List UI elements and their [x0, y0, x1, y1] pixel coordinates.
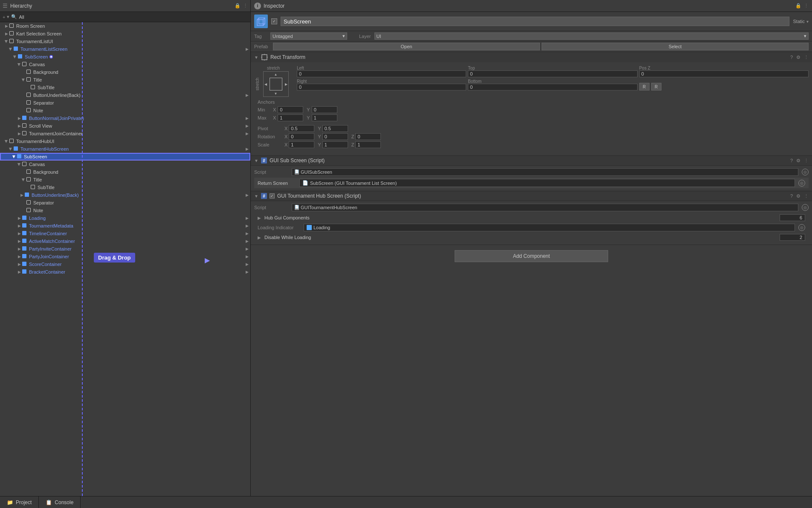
tree-item-tournament-list-screen[interactable]: ▶ TournamentListScreen [0, 45, 250, 53]
hub-gui-count-input[interactable] [780, 214, 805, 221]
tree-item-scroll-view[interactable]: ▶ Scroll View [0, 122, 250, 130]
tree-item-note-1[interactable]: ▶ Note [0, 107, 250, 114]
rot-z-input[interactable] [355, 133, 381, 140]
tree-item-title-2[interactable]: ▶ Title [0, 176, 250, 184]
posz-input[interactable] [639, 70, 809, 77]
script-link-button[interactable]: ◎ [802, 169, 809, 175]
tree-item-loading[interactable]: ▶ Loading [0, 214, 250, 222]
rect-settings-icon[interactable]: ⚙ [796, 55, 800, 60]
pivot-y-input[interactable] [322, 125, 348, 132]
tree-item-tournament-hub-screen[interactable]: ▶ TournamentHubScreen [0, 145, 250, 153]
static-dropdown-icon[interactable]: ▾ [806, 19, 809, 24]
loading-link-button[interactable]: ◎ [798, 224, 805, 231]
lock-icon[interactable]: 🔒 [235, 3, 241, 9]
tree-item-party-invite[interactable]: ▶ PartyInviteContainer [0, 245, 250, 253]
tree-item-button-underline-1[interactable]: ▶ ButtonUnderline(Back) [0, 91, 250, 99]
hub-script-link-button[interactable]: ◎ [802, 204, 809, 211]
tree-item-separator-2[interactable]: ▶ Separator [0, 199, 250, 207]
tree-item-subtitle-2[interactable]: ▶ SubTitle [0, 184, 250, 191]
tree-item-timeline[interactable]: ▶ TimelineContainer [0, 230, 250, 237]
disable-count-input[interactable] [780, 234, 805, 241]
rect-transform-header[interactable]: ▼ Rect Transform ? ⚙ ⋮ [251, 52, 812, 62]
add-icon[interactable]: + [3, 15, 5, 20]
gui-tournament-hub-header[interactable]: ▼ # GUI Tournament Hub Screen (Script) ?… [251, 191, 812, 201]
rot-y-input[interactable] [322, 133, 348, 140]
settings-icon[interactable]: ⚙ [796, 158, 800, 163]
disable-fold-icon[interactable]: ▶ [258, 235, 261, 240]
set-rect-button[interactable]: R [651, 83, 661, 91]
return-screen-link-button[interactable]: ◎ [798, 180, 805, 187]
tree-item-room-screen[interactable]: ▶ Room Screen [0, 22, 250, 30]
rect-more-icon[interactable]: ⋮ [804, 55, 809, 60]
help-icon[interactable]: ? [790, 55, 793, 60]
pivot-x-input[interactable] [289, 125, 314, 132]
tree-item-kart-selection[interactable]: ▶ Kart Selection Screen [0, 30, 250, 38]
tree-item-bracket[interactable]: ▶ BracketContainer [0, 268, 250, 276]
tree-item-canvas-2[interactable]: ▶ Canvas [0, 161, 250, 168]
hub-fold-icon[interactable]: ▶ [258, 216, 261, 220]
rect-transform-section: ▼ Rect Transform ? ⚙ ⋮ stretch [251, 52, 812, 156]
anchor-min-y-input[interactable] [312, 106, 337, 113]
hierarchy-scroll[interactable]: ▶ Room Screen ▶ Kart Selection Screen ▶ … [0, 22, 250, 496]
gameobject-active-checkbox[interactable] [271, 18, 277, 24]
anchor-min-x-input[interactable] [278, 106, 303, 113]
prefab-open-button[interactable]: Open [273, 43, 540, 50]
tree-item-tournament-metadata[interactable]: ▶ TournamentMetadata [0, 222, 250, 230]
tree-item-subscreen-1[interactable]: ▶ SubScreen [0, 53, 250, 61]
tree-item-score[interactable]: ▶ ScoreContainer [0, 260, 250, 268]
component-active-checkbox[interactable] [270, 193, 275, 199]
tree-item-background-2[interactable]: ▶ Background [0, 168, 250, 176]
anchor-max-y-input[interactable] [312, 114, 337, 121]
help-icon[interactable]: ? [790, 158, 793, 163]
rot-x-input[interactable] [289, 133, 314, 140]
tree-item-subtitle-1[interactable]: ▶ SubTitle [0, 84, 250, 91]
tree-item-tournament-join[interactable]: ▶ TournamentJoinContainer [0, 130, 250, 137]
gui-sub-screen-header[interactable]: ▼ # GUI Sub Screen (Script) ? ⚙ ⋮ [251, 156, 812, 165]
lock-icon[interactable]: 🔒 [795, 3, 801, 9]
more-icon[interactable]: ⋮ [804, 158, 809, 163]
more-options-icon[interactable]: ⋮ [804, 3, 809, 9]
console-tab[interactable]: 📋 Console [39, 496, 81, 508]
scale-x-input[interactable] [289, 141, 314, 148]
hamburger-icon[interactable]: ☰ [3, 3, 8, 9]
right-input[interactable] [297, 84, 466, 91]
item-label: TournamentJoinContainer [29, 131, 83, 136]
tree-item-separator-1[interactable]: ▶ Separator [0, 99, 250, 107]
loading-indicator-value: Loading [304, 224, 795, 231]
arrow-icon: ▶ [16, 247, 22, 251]
tree-item-tournament-list-ui[interactable]: ▶ TournamentListUI [0, 38, 250, 45]
hub-gui-row: ▶ Hub Gui Components [254, 213, 809, 222]
more-options-icon[interactable]: ⋮ [243, 3, 248, 9]
tree-item-note-2[interactable]: ▶ Note [0, 207, 250, 214]
tree-item-title-1[interactable]: ▶ Title [0, 76, 250, 84]
search-input[interactable] [19, 15, 248, 20]
top-input[interactable] [468, 70, 637, 77]
project-tab[interactable]: 📁 Project [0, 496, 39, 508]
tree-item-button-underline-2[interactable]: ▶ ButtonUnderline(Back) [0, 191, 250, 199]
tree-item-button-normal[interactable]: ▶ ButtonNormal(JoinPrivate) [0, 114, 250, 122]
tree-item-active-match[interactable]: ▶ ActiveMatchContainer [0, 237, 250, 245]
inspector-scroll[interactable]: Static ▾ Tag Untagged ▾ Layer UI ▾ Pr [251, 12, 812, 496]
tree-item-canvas-1[interactable]: ▶ Canvas [0, 61, 250, 68]
add-component-button[interactable]: Add Component [455, 250, 608, 262]
gameobject-name-input[interactable] [281, 17, 789, 26]
scale-z-input[interactable] [355, 141, 381, 148]
anchor-max-x-input[interactable] [278, 114, 303, 121]
help-icon-2[interactable]: ? [790, 193, 793, 199]
tree-item-party-join[interactable]: ▶ PartyJoinContainer [0, 253, 250, 260]
tree-item-subscreen-2[interactable]: ▶ SubScreen [0, 153, 250, 161]
tree-item-background-1[interactable]: ▶ Background [0, 68, 250, 76]
layer-dropdown[interactable]: UI ▾ [374, 32, 809, 40]
rect-anchor-box[interactable]: ◀ ▶ ▲ ▼ [263, 71, 289, 97]
tag-dropdown[interactable]: Untagged ▾ [270, 32, 347, 40]
tree-item-tournament-hub-ui[interactable]: ▶ TournamentHubUI [0, 137, 250, 145]
bottom-input[interactable] [468, 84, 637, 91]
top-label: Top [468, 66, 637, 70]
reset-rect-button[interactable]: R [639, 83, 650, 91]
add-dropdown-icon[interactable]: ▾ [7, 14, 9, 20]
settings-icon-2[interactable]: ⚙ [796, 193, 800, 199]
more-icon-2[interactable]: ⋮ [804, 193, 809, 199]
left-input[interactable] [297, 70, 466, 77]
prefab-select-button[interactable]: Select [542, 43, 809, 50]
scale-y-input[interactable] [322, 141, 348, 148]
